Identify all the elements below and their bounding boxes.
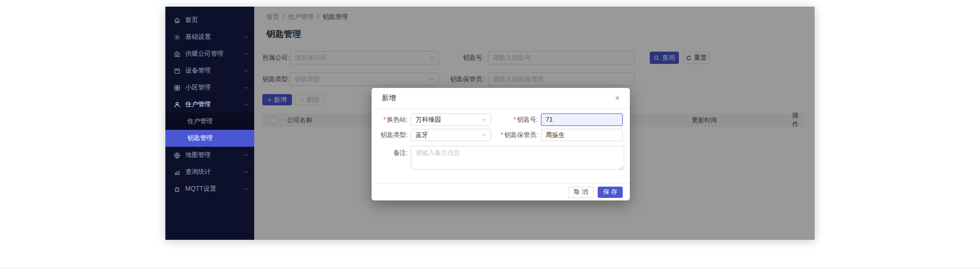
sidebar-item-device-management[interactable]: 设备管理 <box>165 62 254 79</box>
sidebar-item-label: 小区管理 <box>185 83 239 92</box>
sidebar-item-home[interactable]: 首页 <box>165 12 254 29</box>
modal-key-type-label: 钥匙类型: <box>372 131 408 140</box>
sidebar-item-query-statistics[interactable]: 查询统计 <box>165 164 254 180</box>
sidebar-item-label: 设备管理 <box>185 66 239 75</box>
sidebar-item-label: 地图管理 <box>185 151 239 160</box>
community-icon <box>174 84 181 92</box>
add-key-modal: 新增 × *换热站: 万科臻园 *钥匙号: 钥匙类型: 蓝牙 <box>372 88 630 200</box>
bank-icon <box>174 51 181 58</box>
remark-textarea[interactable] <box>411 146 624 170</box>
chevron-down-icon <box>244 36 248 38</box>
team-icon <box>174 101 181 108</box>
device-icon <box>174 67 181 75</box>
page-bottom-divider <box>0 268 980 268</box>
sidebar-item-map-management[interactable]: 地图管理 <box>165 147 254 164</box>
main-content: 首页/住户管理/钥匙管理 钥匙管理 所属公司: 请选择公司 钥匙号: 查询 <box>254 7 815 240</box>
sidebar-item-resident-management[interactable]: 住户管理 <box>165 96 254 113</box>
modal-key-type-value: 蓝牙 <box>415 131 482 140</box>
sidebar-item-community-management[interactable]: 小区管理 <box>165 79 254 96</box>
chevron-down-icon <box>244 70 248 72</box>
sidebar: 首页 基础设置 供暖公司管理 设备管理 <box>165 7 254 240</box>
bug-icon <box>174 186 181 193</box>
chevron-down-icon <box>482 133 486 137</box>
sidebar-item-label: 查询统计 <box>185 168 239 176</box>
chevron-up-icon <box>244 103 248 106</box>
modal-keeper-label: *钥匙保管员: <box>491 131 538 140</box>
required-asterisk: * <box>383 116 386 123</box>
sidebar-item-basic-settings[interactable]: 基础设置 <box>165 29 254 46</box>
gear-icon <box>174 34 181 41</box>
sidebar-item-label: MQTT设置 <box>185 185 239 193</box>
modal-key-no-label: *钥匙号: <box>491 116 538 124</box>
app-window: 首页 基础设置 供暖公司管理 设备管理 <box>165 7 815 240</box>
sidebar-item-mqtt-settings[interactable]: MQTT设置 <box>165 180 254 197</box>
station-select[interactable]: 万科臻园 <box>411 114 491 126</box>
modal-title: 新增 <box>382 94 396 103</box>
modal-keeper-input[interactable] <box>541 129 623 141</box>
sidebar-subitem-key-management[interactable]: 钥匙管理 <box>165 130 254 147</box>
remark-textarea-wrap <box>411 146 624 171</box>
sidebar-item-label: 供暖公司管理 <box>185 50 239 58</box>
chevron-down-icon <box>244 53 248 55</box>
close-icon[interactable]: × <box>615 94 620 102</box>
cancel-button[interactable]: 取 消 <box>568 187 593 198</box>
sidebar-item-label: 基础设置 <box>185 33 239 41</box>
remark-label: 备注: <box>372 146 408 157</box>
sidebar-item-label: 首页 <box>185 16 248 25</box>
modal-key-no-input[interactable] <box>541 114 623 126</box>
sidebar-subitem-label: 住户管理 <box>187 117 213 126</box>
modal-footer: 取 消 保 存 <box>372 183 630 200</box>
station-select-value: 万科臻园 <box>415 116 482 124</box>
resident-management-submenu: 住户管理 钥匙管理 <box>165 113 254 147</box>
sidebar-item-heating-company[interactable]: 供暖公司管理 <box>165 46 254 62</box>
sidebar-subitem-label: 钥匙管理 <box>187 134 213 143</box>
chevron-down-icon <box>244 188 248 190</box>
modal-key-type-select[interactable]: 蓝牙 <box>411 129 491 141</box>
required-asterisk: * <box>501 131 503 139</box>
save-button[interactable]: 保 存 <box>598 187 623 198</box>
globe-icon <box>174 152 181 159</box>
chevron-down-icon <box>482 118 486 121</box>
home-icon <box>174 17 181 24</box>
station-label: *换热站: <box>372 116 408 124</box>
modal-header: 新增 × <box>372 88 630 109</box>
chart-icon <box>174 169 181 176</box>
modal-body: *换热站: 万科臻园 *钥匙号: 钥匙类型: 蓝牙 *钥匙保管员: <box>372 114 630 171</box>
chevron-down-icon <box>244 86 248 89</box>
sidebar-item-label: 住户管理 <box>185 100 239 109</box>
sidebar-subitem-resident-management[interactable]: 住户管理 <box>165 113 254 130</box>
required-asterisk: * <box>513 116 516 123</box>
chevron-down-icon <box>244 154 248 156</box>
chevron-down-icon <box>244 171 248 173</box>
